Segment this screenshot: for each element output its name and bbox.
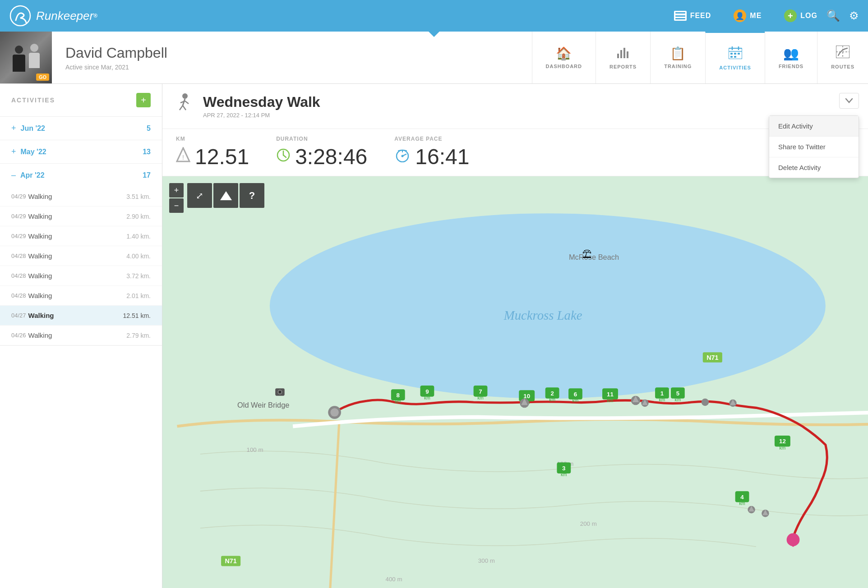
month-header-may[interactable]: + May '22 13	[0, 140, 162, 163]
terrain-button[interactable]	[213, 183, 238, 208]
duration-icon	[276, 148, 291, 165]
profile-name: David Campbell	[65, 45, 167, 61]
svg-point-31	[402, 155, 404, 157]
svg-point-94	[702, 399, 709, 406]
svg-line-19	[180, 106, 183, 110]
activity-item-0428-1[interactable]: 04/28 Walking 4.00 km.	[0, 246, 162, 266]
profile-tabs: 🏠 DASHBOARD REPORTS 📋 TRAINING	[532, 32, 868, 83]
feed-icon	[674, 11, 687, 21]
pace-value: 16:41	[415, 144, 469, 169]
tab-training[interactable]: 📋 TRAINING	[650, 32, 705, 83]
svg-text:N71: N71	[225, 557, 236, 565]
stat-duration: DURATION 3:28:46	[276, 136, 367, 169]
month-header-apr[interactable]: – Apr '22 17	[0, 164, 162, 187]
svg-line-22	[185, 101, 189, 104]
reports-icon	[616, 46, 630, 61]
activity-menu-button[interactable]	[839, 93, 859, 109]
nav-links: FEED 👤 ME + LOG	[665, 5, 826, 27]
log-icon: +	[784, 9, 797, 22]
zoom-out-button[interactable]: −	[169, 198, 184, 213]
activity-item-0429-2[interactable]: 04/29 Walking 2.90 km.	[0, 207, 162, 226]
month-header-jun[interactable]: + Jun '22 5	[0, 117, 162, 140]
svg-text:Muckross Lake: Muckross Lake	[503, 308, 582, 322]
activities-icon	[729, 46, 742, 62]
svg-rect-4	[627, 51, 628, 58]
add-activity-button[interactable]: +	[136, 93, 151, 107]
activity-item-0428-2[interactable]: 04/28 Walking 3.72 km.	[0, 266, 162, 286]
activity-header: Wednesday Walk APR 27, 2022 - 12:14 PM E…	[162, 84, 868, 129]
svg-text:4: 4	[740, 494, 744, 501]
runkeeper-logo-icon	[9, 5, 32, 27]
svg-text:1: 1	[660, 390, 664, 397]
km-value: 12.51	[195, 144, 249, 169]
map-controls: + −	[169, 183, 184, 213]
dropdown-delete-activity[interactable]: Delete Activity	[769, 157, 859, 178]
stat-km: KM ! 12.51	[176, 136, 249, 169]
nav-log[interactable]: + LOG	[775, 5, 826, 27]
tab-dashboard[interactable]: 🏠 DASHBOARD	[532, 32, 596, 83]
person-2	[29, 44, 40, 68]
jun-count: 5	[147, 124, 151, 133]
training-icon: 📋	[670, 46, 686, 61]
map-svg: Muckross Lake McRose Beach 100 m 100 m 2…	[162, 176, 868, 588]
sidebar-header: ACTIVITIES +	[0, 84, 162, 117]
search-icon[interactable]: 🔍	[826, 9, 840, 22]
may-label: May '22	[21, 148, 46, 156]
sidebar: ACTIVITIES + + Jun '22 5 + May '22 13	[0, 84, 162, 588]
duration-value: 3:28:46	[295, 144, 367, 169]
svg-text:km: km	[659, 397, 665, 402]
svg-text:400 m: 400 m	[386, 576, 402, 583]
svg-text:km: km	[395, 399, 401, 404]
activity-item-0429-3[interactable]: 04/29 Walking 1.40 km.	[0, 226, 162, 246]
help-button[interactable]: ?	[240, 183, 264, 208]
zoom-in-button[interactable]: +	[169, 183, 184, 198]
nav-me[interactable]: 👤 ME	[725, 5, 771, 27]
svg-rect-11	[738, 53, 740, 55]
settings-icon[interactable]: ⚙	[849, 9, 859, 22]
svg-text:300 m: 300 m	[478, 557, 495, 564]
svg-rect-9	[730, 53, 733, 55]
tab-reports[interactable]: REPORTS	[596, 32, 650, 83]
friends-icon: 👥	[783, 46, 799, 61]
go-badge: GO	[36, 74, 49, 81]
jun-toggle: +	[11, 124, 16, 133]
svg-text:km: km	[675, 397, 681, 402]
activity-item-0428-3[interactable]: 04/28 Walking 2.01 km.	[0, 286, 162, 306]
routes-icon	[836, 46, 850, 61]
nav-feed[interactable]: FEED	[665, 6, 720, 25]
may-count: 13	[143, 148, 151, 156]
activity-dropdown-menu: Edit Activity Share to Twitter Delete Ac…	[769, 115, 859, 178]
stats-bar: KM ! 12.51 DURATION	[162, 129, 868, 176]
map-tools: ⤢ ?	[187, 183, 264, 208]
svg-text:N71: N71	[706, 354, 718, 361]
tab-friends[interactable]: 👥 FRIENDS	[765, 32, 817, 83]
svg-line-27	[283, 155, 286, 157]
svg-marker-102	[220, 191, 232, 200]
svg-text:km: km	[477, 395, 484, 400]
me-icon: 👤	[734, 9, 746, 22]
nav-right: 🔍 ⚙	[826, 9, 859, 22]
activity-item-0427[interactable]: 04/27 Walking 12.51 km.	[0, 306, 162, 326]
svg-text:km: km	[607, 398, 614, 403]
svg-point-17	[182, 93, 188, 99]
dropdown-share-twitter[interactable]: Share to Twitter	[769, 137, 859, 157]
svg-text:km: km	[739, 501, 745, 506]
svg-point-33	[270, 213, 826, 399]
activity-datetime: APR 27, 2022 - 12:14 PM	[203, 112, 320, 119]
dropdown-edit-activity[interactable]: Edit Activity	[769, 116, 859, 137]
jun-label: Jun '22	[21, 124, 46, 133]
profile-section: GO David Campbell Active since Mar, 2021…	[0, 32, 868, 84]
tab-activities[interactable]: ACTIVITIES	[705, 32, 765, 83]
svg-text:12: 12	[779, 438, 786, 445]
activity-item-0426[interactable]: 04/26 Walking 2.79 km.	[0, 326, 162, 345]
activity-item-0429-1[interactable]: 04/29 Walking 3.51 km.	[0, 187, 162, 207]
logo: Runkeeper®	[9, 5, 647, 27]
svg-text:km: km	[424, 395, 430, 400]
activity-title-block: Wednesday Walk APR 27, 2022 - 12:14 PM	[203, 94, 320, 119]
fullscreen-button[interactable]: ⤢	[187, 183, 212, 208]
tab-routes[interactable]: ROUTES	[817, 32, 868, 83]
profile-info: David Campbell Active since Mar, 2021	[52, 32, 181, 83]
svg-point-48	[278, 390, 281, 393]
pace-icon	[394, 148, 411, 165]
dashboard-icon: 🏠	[556, 46, 572, 61]
